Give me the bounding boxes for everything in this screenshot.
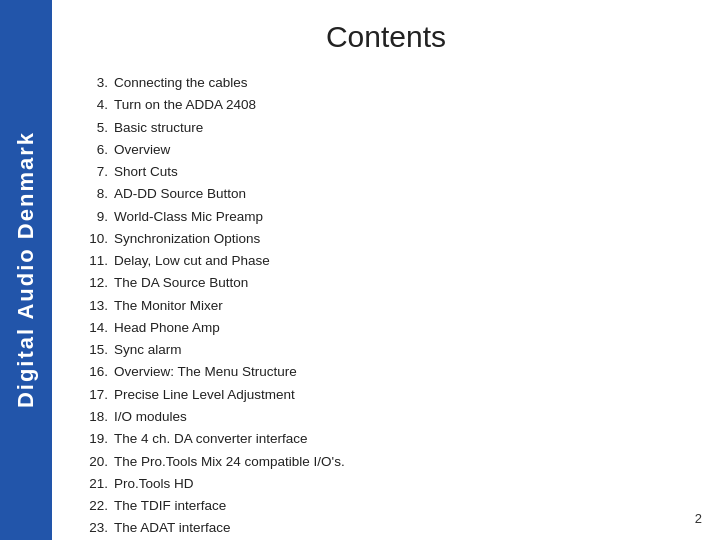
item-number: 3.	[82, 72, 108, 94]
list-item: 19.The 4 ch. DA converter interface	[82, 428, 690, 450]
item-text: The 4 ch. DA converter interface	[114, 428, 308, 450]
item-number: 14.	[82, 317, 108, 339]
item-number: 23.	[82, 517, 108, 539]
item-number: 16.	[82, 361, 108, 383]
item-number: 6.	[82, 139, 108, 161]
contents-list: 3.Connecting the cables4.Turn on the ADD…	[82, 72, 690, 540]
item-text: Overview	[114, 139, 170, 161]
sidebar: Digital Audio Denmark	[0, 0, 52, 540]
item-text: Basic structure	[114, 117, 203, 139]
sidebar-label: Digital Audio Denmark	[13, 131, 39, 408]
item-text: Overview: The Menu Structure	[114, 361, 297, 383]
list-item: 9.World-Class Mic Preamp	[82, 206, 690, 228]
item-text: The DA Source Button	[114, 272, 248, 294]
item-number: 13.	[82, 295, 108, 317]
item-number: 19.	[82, 428, 108, 450]
item-number: 22.	[82, 495, 108, 517]
item-text: AD-DD Source Button	[114, 183, 246, 205]
item-number: 8.	[82, 183, 108, 205]
item-text: The TDIF interface	[114, 495, 226, 517]
list-item: 11.Delay, Low cut and Phase	[82, 250, 690, 272]
item-number: 11.	[82, 250, 108, 272]
item-number: 4.	[82, 94, 108, 116]
item-text: Precise Line Level Adjustment	[114, 384, 295, 406]
item-number: 12.	[82, 272, 108, 294]
list-item: 15.Sync alarm	[82, 339, 690, 361]
list-item: 3.Connecting the cables	[82, 72, 690, 94]
list-item: 13.The Monitor Mixer	[82, 295, 690, 317]
item-text: Connecting the cables	[114, 72, 248, 94]
item-text: The ADAT interface	[114, 517, 231, 539]
item-text: The Monitor Mixer	[114, 295, 223, 317]
item-number: 7.	[82, 161, 108, 183]
list-item: 16.Overview: The Menu Structure	[82, 361, 690, 383]
list-item: 12.The DA Source Button	[82, 272, 690, 294]
main-content: Contents 3.Connecting the cables4.Turn o…	[52, 0, 720, 540]
list-item: 17.Precise Line Level Adjustment	[82, 384, 690, 406]
item-text: World-Class Mic Preamp	[114, 206, 263, 228]
list-item: 18.I/O modules	[82, 406, 690, 428]
item-text: Pro.Tools HD	[114, 473, 194, 495]
item-number: 17.	[82, 384, 108, 406]
list-item: 4.Turn on the ADDA 2408	[82, 94, 690, 116]
list-item: 20.The Pro.Tools Mix 24 compatible I/O's…	[82, 451, 690, 473]
list-item: 21.Pro.Tools HD	[82, 473, 690, 495]
page-number: 2	[695, 511, 702, 526]
page-title: Contents	[82, 20, 690, 54]
list-item: 23.The ADAT interface	[82, 517, 690, 539]
item-number: 21.	[82, 473, 108, 495]
item-text: The Pro.Tools Mix 24 compatible I/O's.	[114, 451, 345, 473]
item-text: Synchronization Options	[114, 228, 260, 250]
item-number: 18.	[82, 406, 108, 428]
list-item: 22.The TDIF interface	[82, 495, 690, 517]
item-number: 5.	[82, 117, 108, 139]
list-item: 14.Head Phone Amp	[82, 317, 690, 339]
item-text: Sync alarm	[114, 339, 182, 361]
list-item: 6.Overview	[82, 139, 690, 161]
item-number: 20.	[82, 451, 108, 473]
item-text: Short Cuts	[114, 161, 178, 183]
list-item: 8.AD-DD Source Button	[82, 183, 690, 205]
item-text: Delay, Low cut and Phase	[114, 250, 270, 272]
item-number: 10.	[82, 228, 108, 250]
list-item: 5.Basic structure	[82, 117, 690, 139]
item-number: 9.	[82, 206, 108, 228]
item-text: I/O modules	[114, 406, 187, 428]
item-text: Turn on the ADDA 2408	[114, 94, 256, 116]
list-item: 10.Synchronization Options	[82, 228, 690, 250]
list-item: 7.Short Cuts	[82, 161, 690, 183]
item-text: Head Phone Amp	[114, 317, 220, 339]
item-number: 15.	[82, 339, 108, 361]
